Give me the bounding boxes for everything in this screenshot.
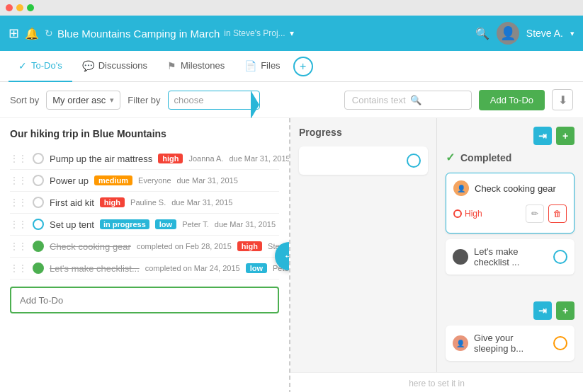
drag-handle[interactable]: ⋮⋮ (10, 241, 27, 251)
sort-value: My order asc (52, 95, 106, 105)
drag-handle[interactable]: ⋮⋮ (10, 197, 27, 207)
delete-button[interactable]: 🗑 (548, 204, 567, 223)
completed-card[interactable]: 👤 Check cooking gear High ✏ 🗑 (446, 173, 574, 234)
todo-name: Pump up the air mattress (50, 154, 152, 164)
drag-handle[interactable]: ⋮⋮ (10, 154, 27, 163)
download-icon: ⬇ (558, 93, 567, 107)
assignee: Pauline S. (130, 198, 166, 207)
priority-badge: high (237, 241, 262, 251)
download-button[interactable]: ⬇ (552, 89, 573, 110)
assignee: Peter T. (182, 220, 209, 229)
milestones-tab-icon: ⚑ (167, 60, 176, 71)
tab-files[interactable]: 📄 Files (234, 51, 290, 82)
discussions-tab-icon: 💬 (82, 60, 94, 71)
close-dot[interactable] (6, 4, 13, 11)
bottom-hint: here to set it in (290, 372, 583, 392)
files-tab-label: Files (261, 60, 280, 71)
card-avatar: 👤 (453, 335, 468, 351)
user-dropdown-icon[interactable]: ▾ (570, 29, 574, 38)
tab-discussions[interactable]: 💬 Discussions (72, 51, 157, 82)
card-avatar: 👤 (453, 180, 469, 196)
priority-badge: medium (94, 175, 132, 185)
add-tab-button[interactable]: + (293, 57, 313, 76)
due-date: due Mar 31, 2015 (171, 198, 232, 207)
todo-tab-icon: ✓ (18, 60, 27, 71)
due-date: due Mar 31, 2015 (177, 176, 238, 185)
tab-todos[interactable]: ✓ To-Do's (9, 51, 72, 82)
list-item[interactable]: 👤 Give your sleeping b... (446, 325, 574, 361)
sort-select[interactable]: My order asc ▾ (46, 91, 120, 110)
header-search-icon[interactable]: 🔍 (475, 27, 489, 40)
priority-badge: low (155, 219, 176, 229)
todo-check[interactable] (33, 219, 44, 230)
drag-handle[interactable]: ⋮⋮ (10, 175, 27, 185)
todo-name: Set up tent (50, 219, 94, 230)
status-badge: in progress (100, 219, 149, 229)
card-title: Check cooking gear (475, 183, 567, 194)
priority-tag: High (453, 209, 482, 219)
loading-icon: ↻ (45, 28, 53, 39)
list-item[interactable]: Let's make checklist ... (446, 239, 574, 275)
move-button[interactable]: ⇥ (533, 127, 552, 145)
todo-check[interactable] (33, 197, 44, 208)
add-todo-row[interactable] (10, 287, 279, 313)
completed-on: completed on Mar 24, 2015 (145, 264, 240, 272)
add-todo-input[interactable] (20, 295, 269, 306)
filter-select[interactable]: choose (168, 91, 260, 110)
move-button-2[interactable]: ⇥ (533, 301, 552, 320)
spacer (446, 280, 574, 301)
text-search-box[interactable]: Contains text 🔍 (344, 91, 472, 110)
card-header: 👤 Check cooking gear (453, 180, 567, 196)
priority-badge: high (158, 154, 183, 163)
grid-icon[interactable]: ⊞ (9, 25, 19, 41)
todo-check[interactable] (33, 175, 44, 186)
priority-badge: low (246, 263, 267, 273)
drag-handle[interactable]: ⋮⋮ (10, 263, 27, 273)
edit-button[interactable]: ✏ (526, 204, 544, 223)
milestones-tab-label: Milestones (181, 60, 225, 71)
main-content: Our hiking trip in Blue Mountains ⋮⋮ Pum… (0, 118, 583, 392)
todo-tab-label: To-Do's (31, 60, 62, 71)
completed-on: completed on Feb 28, 2015 (137, 242, 232, 250)
bell-icon[interactable]: 🔔 (25, 27, 39, 40)
list-item (299, 146, 428, 175)
tab-milestones[interactable]: ⚑ Milestones (157, 51, 234, 82)
drag-handle[interactable]: ⋮⋮ (10, 219, 27, 229)
todo-name: First aid kit (50, 197, 94, 208)
list-item: ⋮⋮ Set up tent in progress low Peter T. … (10, 214, 279, 236)
add-card-button[interactable]: + (556, 127, 574, 145)
card-actions: ✏ 🗑 (526, 204, 567, 223)
discussions-tab-label: Discussions (98, 60, 147, 71)
completed-column: ⇥ + ✓ Completed 👤 Check cooking gear (437, 118, 583, 372)
todo-check[interactable] (33, 241, 44, 252)
priority-badge: high (100, 197, 125, 207)
maximize-dot[interactable] (27, 4, 34, 11)
todo-name: Power up (50, 175, 89, 186)
progress-ring (553, 336, 567, 350)
filter-label: Filter by (128, 95, 160, 105)
priority-circle (453, 209, 462, 218)
add-card-button-2[interactable]: + (556, 301, 574, 320)
col-bottom-actions: ⇥ + (446, 301, 574, 320)
search-placeholder: Contains text (352, 95, 406, 105)
list-item: ⋮⋮ Let's make checklist... completed on … (10, 258, 279, 279)
files-tab-icon: 📄 (244, 60, 256, 71)
search-icon: 🔍 (410, 95, 421, 105)
progress-ring (407, 154, 421, 168)
progress-column: Progress (290, 118, 437, 372)
add-todo-button[interactable]: Add To-Do (479, 90, 545, 110)
app-header: ⊞ 🔔 ↻ Blue Mountains Camping in March in… (0, 16, 583, 51)
sort-label: Sort by (10, 95, 39, 105)
todo-check[interactable] (33, 263, 44, 274)
todo-check[interactable] (33, 153, 44, 164)
filter-value: choose (174, 95, 204, 105)
assignee: Everyone (138, 176, 171, 185)
card-avatar (453, 249, 468, 265)
left-panel: Our hiking trip in Blue Mountains ⋮⋮ Pum… (0, 118, 290, 392)
header-title: ↻ Blue Mountains Camping in March in Ste… (45, 28, 294, 40)
project-dropdown-arrow[interactable]: ▾ (290, 28, 294, 38)
completed-column-header: ✓ Completed (446, 151, 574, 164)
check-icon: ✓ (446, 151, 455, 164)
toolbar: Sort by My order asc ▾ Filter by choose … (0, 82, 583, 118)
minimize-dot[interactable] (16, 4, 23, 11)
